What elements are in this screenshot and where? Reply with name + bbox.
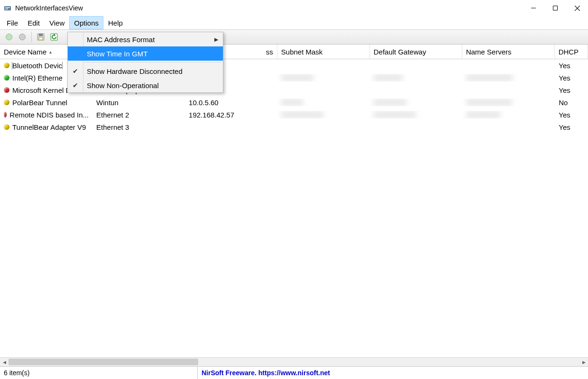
cell-connection-name: Wintun (92, 99, 185, 107)
cell-device-name: TunnelBear Adapter V9 (0, 123, 92, 131)
check-icon: ✔ (68, 64, 83, 78)
menu-help[interactable]: Help (103, 16, 128, 29)
status-dot-icon (4, 63, 9, 68)
menu-file[interactable]: File (2, 16, 23, 29)
menu-item-show-time-gmt[interactable]: Show Time In GMT (68, 46, 223, 61)
cell-dhcp: Yes (555, 74, 588, 82)
svg-rect-4 (553, 6, 558, 10)
cell-ip-address: 10.0.5.60 (185, 99, 277, 107)
col-label: DHCP (559, 48, 579, 56)
col-label: Name Servers (466, 48, 512, 56)
col-label: Subnet Mask (281, 48, 323, 56)
window-title: NetworkInterfacesView (15, 4, 83, 12)
submenu-arrow-icon: ▶ (214, 36, 218, 43)
cell-dhcp: No (555, 99, 588, 107)
check-icon: ✔ (68, 78, 83, 92)
toolbar-btn-green[interactable] (3, 31, 15, 43)
col-label: Device Name (4, 48, 46, 56)
menu-label: Show Non-Operational (87, 81, 159, 90)
col-dhcp[interactable]: DHCP (555, 45, 588, 59)
svg-rect-1 (5, 7, 10, 8)
scroll-left-arrow-icon[interactable]: ◂ (0, 358, 9, 366)
menu-label: Show Hardware Disconnected (87, 67, 183, 75)
cell-connection-name: Ethernet 2 (92, 111, 185, 119)
cell-dhcp: Yes (555, 123, 588, 131)
menu-item-show-hw-disconnected[interactable]: ✔ Show Hardware Disconnected (68, 64, 223, 78)
scroll-thumb[interactable] (9, 359, 198, 365)
menu-view[interactable]: View (45, 16, 69, 29)
cell-name-servers (462, 74, 555, 81)
scroll-right-arrow-icon[interactable]: ▸ (579, 358, 588, 366)
status-dot-icon (4, 75, 9, 81)
status-dot-icon (4, 87, 9, 93)
svg-rect-2 (5, 9, 8, 9)
cell-subnet-mask (277, 111, 370, 118)
cell-ip-address: 192.168.42.57 (185, 111, 277, 119)
menu-icon-slot (68, 46, 83, 61)
status-dot-icon (4, 99, 9, 105)
cell-dhcp: Yes (555, 86, 588, 94)
cell-device-name: PolarBear Tunnel (0, 99, 92, 107)
horizontal-scrollbar[interactable]: ◂ ▸ (0, 357, 588, 366)
menu-icon-slot (68, 32, 83, 46)
cell-default-gateway (370, 74, 462, 81)
options-menu-dropdown: MAC Address Format ▶ Show Time In GMT ✔ … (67, 32, 223, 93)
col-default-gateway[interactable]: Default Gateway (370, 45, 462, 59)
grid[interactable]: Bluetooth DevicYesIntel(R) Etherne.131Ye… (0, 59, 588, 357)
col-name-servers[interactable]: Name Servers (462, 45, 555, 59)
col-label: ss (266, 48, 273, 56)
menu-item-show-non-operational[interactable]: ✔ Show Non-Operational (68, 78, 223, 92)
toolbar-btn-grey[interactable] (16, 31, 28, 43)
cell-dhcp: Yes (555, 62, 588, 70)
status-item-count: 6 item(s) (0, 367, 198, 379)
cell-name-servers (462, 111, 555, 118)
menu-bar: File Edit View Options Help (0, 16, 588, 29)
cell-subnet-mask (277, 74, 370, 81)
status-credit: NirSoft Freeware. https://www.nirsoft.ne… (198, 367, 334, 379)
menu-label: MAC Address Format (87, 36, 155, 44)
cell-default-gateway (370, 99, 462, 106)
close-button[interactable] (566, 0, 588, 16)
status-dot-icon (4, 112, 7, 117)
title-bar: NetworkInterfacesView (0, 0, 588, 16)
menu-separator (84, 62, 222, 63)
menu-label: Show Time In GMT (87, 50, 147, 58)
nirsoft-link[interactable]: NirSoft Freeware. https://www.nirsoft.ne… (202, 369, 330, 377)
svg-rect-8 (39, 34, 43, 36)
sort-asc-icon: ▴ (49, 49, 52, 54)
menu-options[interactable]: Options (69, 16, 103, 29)
app-icon (4, 4, 11, 12)
refresh-icon[interactable] (48, 31, 60, 43)
table-row[interactable]: Remote NDIS based In...Ethernet 2192.168… (0, 108, 588, 121)
svg-rect-9 (39, 37, 43, 40)
cell-default-gateway (370, 111, 462, 118)
minimize-button[interactable] (523, 0, 544, 16)
cell-connection-name: Ethernet 3 (92, 123, 185, 131)
col-label: Default Gateway (374, 48, 426, 56)
maximize-button[interactable] (544, 0, 566, 16)
scroll-track[interactable] (9, 358, 579, 366)
status-bar: 6 item(s) NirSoft Freeware. https://www.… (0, 366, 588, 379)
menu-item-mac-address-format[interactable]: MAC Address Format ▶ (68, 32, 223, 46)
cell-device-name: Remote NDIS based In... (0, 111, 92, 119)
save-icon[interactable] (35, 31, 47, 43)
app-window: NetworkInterfacesView File Edit View Opt… (0, 0, 588, 379)
col-subnet-mask[interactable]: Subnet Mask (277, 45, 370, 59)
table-row[interactable]: PolarBear TunnelWintun10.0.5.60No (0, 96, 588, 108)
table-row[interactable]: TunnelBear Adapter V9Ethernet 3Yes (0, 121, 588, 133)
status-dot-icon (4, 124, 9, 130)
toolbar-separator (31, 32, 32, 42)
menu-edit[interactable]: Edit (23, 16, 45, 29)
cell-name-servers (462, 99, 555, 106)
cell-subnet-mask (277, 99, 370, 106)
cell-dhcp: Yes (555, 111, 588, 119)
svg-rect-0 (4, 6, 11, 10)
